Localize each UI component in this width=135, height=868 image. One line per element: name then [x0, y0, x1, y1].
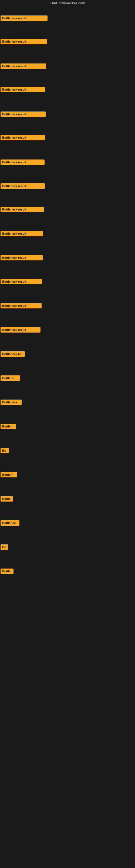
bottleneck-badge-24[interactable]: Bottle	[1, 568, 13, 574]
bottleneck-badge-4[interactable]: Bottleneck result	[1, 87, 45, 92]
bottleneck-badge-17[interactable]: Bottleneck	[1, 400, 21, 405]
bottleneck-badge-21[interactable]: Bottle	[1, 496, 13, 501]
bottleneck-badge-8[interactable]: Bottleneck result	[1, 183, 45, 189]
bottleneck-badge-9[interactable]: Bottleneck result	[1, 207, 44, 212]
bottleneck-badge-1[interactable]: Bottleneck result	[1, 16, 48, 21]
bottleneck-badge-5[interactable]: Bottleneck result	[1, 112, 46, 117]
bottleneck-badge-10[interactable]: Bottleneck result	[1, 231, 43, 236]
bottleneck-badge-20[interactable]: Bottlen	[1, 472, 17, 477]
bottleneck-badge-19[interactable]: Bo	[1, 448, 9, 453]
bottleneck-badge-12[interactable]: Bottleneck result	[1, 279, 42, 284]
bottleneck-badge-18[interactable]: Bottlen	[1, 424, 16, 429]
bottleneck-badge-23[interactable]: Bo	[1, 545, 8, 550]
bottleneck-badge-7[interactable]: Bottleneck result	[1, 159, 45, 165]
site-title: TheBottlenecker.com	[0, 0, 135, 6]
bottleneck-badge-22[interactable]: Bottlenec	[1, 520, 19, 526]
bottleneck-badge-13[interactable]: Bottleneck result	[1, 303, 42, 308]
bottleneck-badge-2[interactable]: Bottleneck result	[1, 39, 47, 44]
bottleneck-badge-15[interactable]: Bottleneck re	[1, 351, 25, 357]
bottleneck-badge-14[interactable]: Bottleneck result	[1, 327, 41, 333]
bottleneck-badge-11[interactable]: Bottleneck result	[1, 255, 43, 260]
bottleneck-badge-6[interactable]: Bottleneck result	[1, 135, 45, 140]
bottleneck-badge-3[interactable]: Bottleneck result	[1, 63, 46, 69]
bottleneck-badge-16[interactable]: Bottlene	[1, 375, 20, 381]
